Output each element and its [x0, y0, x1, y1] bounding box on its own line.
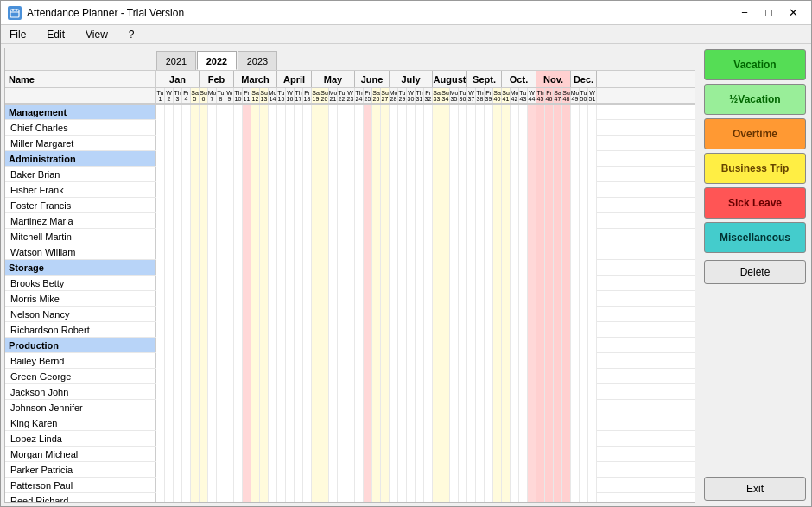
grid-cell[interactable]	[485, 307, 493, 322]
grid-cell[interactable]	[217, 431, 225, 447]
grid-cell[interactable]	[416, 369, 424, 384]
grid-cell[interactable]	[303, 415, 312, 431]
grid-cell[interactable]	[191, 353, 200, 369]
grid-cell[interactable]	[545, 182, 554, 198]
grid-cell[interactable]	[320, 136, 329, 151]
grid-cell[interactable]	[571, 431, 580, 447]
grid-cell[interactable]	[277, 493, 286, 502]
grid-cell[interactable]	[390, 322, 398, 338]
grid-cell[interactable]	[191, 213, 200, 229]
grid-cell[interactable]	[407, 120, 416, 136]
grid-cell[interactable]	[459, 120, 467, 136]
grid-cell[interactable]	[200, 244, 208, 260]
grid-cell[interactable]	[545, 260, 554, 276]
grid-cell[interactable]	[536, 244, 545, 260]
grid-cell[interactable]	[191, 198, 200, 213]
grid-cell[interactable]	[519, 182, 528, 198]
grid-cell[interactable]	[260, 353, 269, 369]
grid-cell[interactable]	[338, 151, 346, 167]
grid-cell[interactable]	[286, 322, 295, 338]
grid-cell[interactable]	[372, 431, 381, 447]
grid-cell[interactable]	[346, 307, 355, 322]
grid-cell[interactable]	[338, 291, 346, 307]
grid-cell[interactable]	[545, 276, 554, 291]
grid-cell[interactable]	[459, 322, 467, 338]
grid-cell[interactable]	[390, 260, 398, 276]
grid-cell[interactable]	[320, 493, 329, 502]
grid-cell[interactable]	[286, 213, 295, 229]
grid-cell[interactable]	[329, 462, 338, 478]
grid-cell[interactable]	[536, 353, 545, 369]
grid-cell[interactable]	[260, 276, 269, 291]
grid-cell[interactable]	[571, 338, 580, 353]
grid-cell[interactable]	[511, 415, 519, 431]
grid-cell[interactable]	[502, 338, 511, 353]
grid-cell[interactable]	[493, 198, 502, 213]
grid-cell[interactable]	[416, 244, 424, 260]
grid-cell[interactable]	[554, 120, 562, 136]
grid-cell[interactable]	[554, 182, 562, 198]
grid-cell[interactable]	[364, 229, 372, 244]
grid-cell[interactable]	[485, 136, 493, 151]
grid-cell[interactable]	[536, 338, 545, 353]
grid-cell[interactable]	[459, 291, 467, 307]
grid-cell[interactable]	[312, 369, 320, 384]
grid-cell[interactable]	[372, 167, 381, 182]
grid-cell[interactable]	[346, 105, 355, 120]
grid-cell[interactable]	[381, 431, 390, 447]
grid-cell[interactable]	[398, 338, 407, 353]
data-row[interactable]: Richardson Robert	[5, 322, 695, 338]
grid-cell[interactable]	[303, 260, 312, 276]
grid-cell[interactable]	[416, 400, 424, 415]
grid-cell[interactable]	[381, 198, 390, 213]
grid-cell[interactable]	[554, 213, 562, 229]
grid-cell[interactable]	[562, 229, 571, 244]
grid-cell[interactable]	[416, 136, 424, 151]
grid-cell[interactable]	[277, 198, 286, 213]
grid-cell[interactable]	[234, 431, 243, 447]
grid-cell[interactable]	[398, 462, 407, 478]
grid-cell[interactable]	[217, 369, 225, 384]
grid-cell[interactable]	[338, 353, 346, 369]
grid-cell[interactable]	[338, 447, 346, 462]
menu-view[interactable]: View	[80, 27, 113, 42]
grid-cell[interactable]	[459, 198, 467, 213]
grid-cell[interactable]	[390, 431, 398, 447]
grid-cell[interactable]	[312, 244, 320, 260]
grid-cell[interactable]	[346, 229, 355, 244]
grid-cell[interactable]	[571, 462, 580, 478]
grid-cell[interactable]	[346, 136, 355, 151]
grid-cell[interactable]	[286, 136, 295, 151]
grid-cell[interactable]	[467, 493, 476, 502]
grid-cell[interactable]	[165, 229, 174, 244]
grid-cell[interactable]	[502, 136, 511, 151]
grid-cell[interactable]	[493, 338, 502, 353]
grid-cell[interactable]	[450, 322, 459, 338]
grid-cell[interactable]	[459, 338, 467, 353]
grid-cell[interactable]	[416, 384, 424, 400]
data-row[interactable]: Nelson Nancy	[5, 307, 695, 322]
grid-cell[interactable]	[329, 415, 338, 431]
grid-cell[interactable]	[208, 447, 217, 462]
grid-cell[interactable]	[450, 244, 459, 260]
grid-cell[interactable]	[502, 415, 511, 431]
grid-cell[interactable]	[433, 353, 441, 369]
grid-cell[interactable]	[519, 136, 528, 151]
grid-cell[interactable]	[355, 198, 364, 213]
grid-cell[interactable]	[243, 431, 251, 447]
grid-cell[interactable]	[174, 493, 182, 502]
grid-cell[interactable]	[286, 338, 295, 353]
grid-cell[interactable]	[467, 105, 476, 120]
grid-cell[interactable]	[364, 151, 372, 167]
grid-cell[interactable]	[562, 167, 571, 182]
grid-cell[interactable]	[390, 229, 398, 244]
grid-cell[interactable]	[269, 260, 277, 276]
grid-cell[interactable]	[588, 229, 597, 244]
grid-cell[interactable]	[424, 167, 433, 182]
grid-cell[interactable]	[424, 447, 433, 462]
grid-cell[interactable]	[441, 369, 450, 384]
grid-cell[interactable]	[364, 291, 372, 307]
grid-cell[interactable]	[191, 478, 200, 493]
grid-cell[interactable]	[511, 431, 519, 447]
grid-cell[interactable]	[398, 136, 407, 151]
